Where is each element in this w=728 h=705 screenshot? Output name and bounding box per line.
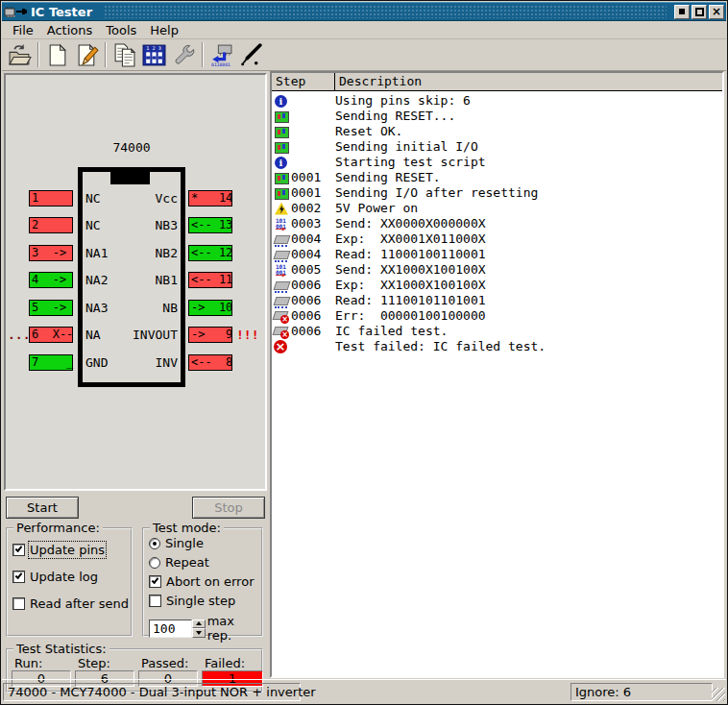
- window-title: IC Tester: [31, 5, 92, 19]
- update-log-checkbox[interactable]: Update log: [12, 570, 131, 584]
- abort-on-error-checkbox[interactable]: Abort on error: [149, 574, 261, 589]
- log-description: Read: 11100101101001: [335, 293, 722, 308]
- pin-box-2[interactable]: 2: [29, 217, 73, 233]
- spin-up-button[interactable]: [192, 620, 206, 629]
- log-row[interactable]: 0001Sending I/O after resetting: [272, 185, 722, 201]
- menu-tools[interactable]: Tools: [99, 22, 143, 38]
- check-mark-icon: [152, 576, 159, 584]
- repeat-radio[interactable]: Repeat: [149, 555, 261, 570]
- stop-button[interactable]: Stop: [192, 497, 265, 519]
- wrench-icon[interactable]: [169, 40, 199, 69]
- start-button[interactable]: Start: [6, 497, 79, 519]
- radio-circle[interactable]: [149, 557, 160, 569]
- close-button[interactable]: ×: [709, 5, 724, 19]
- pin-box-10[interactable]: -> 10: [188, 300, 232, 316]
- chip-ok-icon: [274, 125, 289, 139]
- description-column-header[interactable]: Description: [335, 73, 722, 90]
- pin-box-4[interactable]: 4 ->: [29, 272, 73, 288]
- single-step-label: Single step: [166, 594, 235, 608]
- pin-box-6[interactable]: 6 X--: [29, 327, 73, 343]
- pin-box-9[interactable]: -> 9: [188, 327, 232, 343]
- passed-label: Passed:: [138, 656, 198, 670]
- probe-icon[interactable]: [236, 40, 266, 69]
- pin-label-invout: INVOUT: [102, 327, 178, 343]
- test-ic-icon[interactable]: 0110001: [206, 40, 236, 69]
- step-column-header[interactable]: Step: [272, 73, 335, 90]
- log-row[interactable]: 0004Read: 11000100110001: [272, 247, 722, 262]
- step-label: Step:: [75, 656, 134, 670]
- radio-circle[interactable]: [149, 538, 160, 549]
- log-description: Send: XX1000X100100X: [335, 262, 722, 278]
- chip-title: 74000: [78, 140, 185, 155]
- chip-ok-icon: [274, 140, 289, 155]
- menu-file[interactable]: File: [6, 22, 40, 38]
- max-rep-input[interactable]: 100: [149, 620, 192, 638]
- single-step-checkbox[interactable]: Single step: [149, 594, 261, 608]
- read-after-send-checkbox[interactable]: Read after send: [12, 596, 131, 611]
- log-row[interactable]: 00025V Power on: [272, 201, 722, 216]
- log-row[interactable]: 0004Exp: XX0001X011000X: [272, 231, 722, 247]
- title-bar[interactable]: IC Tester ×: [2, 2, 726, 21]
- update-pins-checkbox[interactable]: Update pins: [12, 543, 131, 557]
- pin-box-11[interactable]: <-- 11: [188, 272, 232, 288]
- dip-switch-icon[interactable]: 1 2 3: [139, 40, 169, 69]
- pin-label-vcc: Vcc: [102, 190, 178, 207]
- maximize-icon: [695, 8, 704, 16]
- edit-file-icon[interactable]: [72, 40, 102, 69]
- log-row[interactable]: 0006Exp: XX1000X100100X: [272, 278, 722, 293]
- checkbox-box[interactable]: [12, 571, 25, 583]
- ignore-status-text: Ignore: 6: [570, 683, 713, 701]
- test-mode-group: Test mode: Single Repeat Abort on error: [142, 527, 263, 637]
- log-row[interactable]: 0003Send: XX0000X000000X: [272, 216, 722, 231]
- chip-read-icon: [274, 279, 289, 293]
- close-icon: ×: [712, 6, 721, 17]
- pin-box-13[interactable]: <-- 13: [188, 217, 232, 233]
- pin-label-nb2: NB2: [102, 245, 178, 261]
- log-row[interactable]: 0006Err: 00000100100000: [272, 308, 722, 324]
- pin-box-1[interactable]: 1: [29, 190, 73, 207]
- pin-box-5[interactable]: 5 ->: [29, 300, 73, 316]
- log-row[interactable]: Sending initial I/O: [272, 139, 722, 155]
- single-radio[interactable]: Single: [149, 536, 261, 550]
- max-rep-spinner: [192, 620, 206, 638]
- new-file-icon[interactable]: [42, 40, 72, 69]
- performance-title: Performance:: [13, 521, 103, 535]
- checkbox-box[interactable]: [149, 595, 161, 607]
- info-icon: [274, 156, 289, 170]
- main-area: 74000 ... 1 2 3 -> 4 -> 5 -> 6 X-- 7 _ N…: [4, 71, 724, 678]
- single-label: Single: [165, 536, 204, 550]
- log-row[interactable]: Test failed: IC failed test.: [272, 339, 722, 354]
- checkbox-box[interactable]: [149, 575, 161, 588]
- checkbox-box[interactable]: [12, 544, 25, 556]
- copy-icon[interactable]: [109, 40, 139, 69]
- pin-box-14[interactable]: * 14: [188, 190, 232, 207]
- pin-box-12[interactable]: <-- 12: [188, 245, 232, 261]
- pin-box-7[interactable]: 7 _: [29, 354, 73, 371]
- spin-down-button[interactable]: [192, 628, 206, 638]
- menu-actions[interactable]: Actions: [40, 22, 100, 38]
- warning-icon: [274, 202, 289, 216]
- resize-grip[interactable]: [712, 688, 725, 701]
- open-folder-icon[interactable]: [5, 40, 35, 69]
- menu-help[interactable]: Help: [143, 22, 185, 38]
- log-description: Sending RESET...: [335, 109, 722, 124]
- log-row[interactable]: Reset OK.: [272, 124, 722, 139]
- log-row[interactable]: 0001Sending RESET.: [272, 170, 722, 185]
- log-row[interactable]: 0005Send: XX1000X100100X: [272, 262, 722, 278]
- log-row[interactable]: Starting test script: [272, 155, 722, 170]
- pin-note-right: !!!: [236, 327, 258, 343]
- log-row[interactable]: 0006IC failed test.: [272, 324, 722, 339]
- minimize-button[interactable]: [674, 5, 690, 19]
- ic-diagram-panel: 74000 ... 1 2 3 -> 4 -> 5 -> 6 X-- 7 _ N…: [4, 73, 267, 491]
- checkbox-box[interactable]: [12, 597, 25, 610]
- log-row[interactable]: 0006Read: 11100101101001: [272, 293, 722, 308]
- pin-box-3[interactable]: 3 ->: [29, 245, 73, 261]
- svg-text:1 2 3: 1 2 3: [146, 45, 161, 51]
- log-description: Test failed: IC failed test.: [335, 339, 722, 354]
- log-row[interactable]: Using pins skip: 6: [272, 93, 722, 109]
- log-row[interactable]: Sending RESET...: [272, 109, 722, 124]
- pin-label-nb: NB: [102, 300, 178, 316]
- pin-box-8[interactable]: <-- 8: [188, 354, 232, 371]
- toolbar-separator: [105, 42, 107, 67]
- maximize-button[interactable]: [692, 5, 707, 19]
